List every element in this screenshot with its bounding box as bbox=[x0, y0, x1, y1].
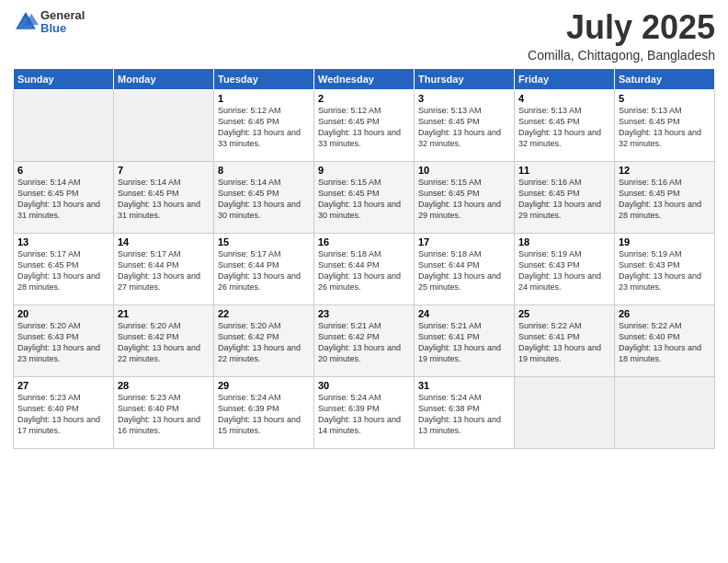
calendar-title: July 2025 bbox=[528, 9, 715, 46]
day-number: 29 bbox=[218, 380, 310, 391]
day-info: Sunrise: 5:22 AMSunset: 6:40 PMDaylight:… bbox=[619, 320, 711, 365]
logo: General Blue bbox=[13, 9, 85, 36]
day-number: 10 bbox=[418, 165, 510, 176]
day-cell: 30Sunrise: 5:24 AMSunset: 6:39 PMDayligh… bbox=[314, 376, 415, 448]
day-info: Sunrise: 5:14 AMSunset: 6:45 PMDaylight:… bbox=[118, 177, 210, 222]
day-info: Sunrise: 5:17 AMSunset: 6:45 PMDaylight:… bbox=[17, 248, 109, 293]
day-cell bbox=[114, 89, 214, 161]
day-cell: 13Sunrise: 5:17 AMSunset: 6:45 PMDayligh… bbox=[14, 233, 114, 304]
day-cell: 11Sunrise: 5:16 AMSunset: 6:45 PMDayligh… bbox=[515, 161, 615, 233]
week-row-2: 13Sunrise: 5:17 AMSunset: 6:45 PMDayligh… bbox=[14, 233, 715, 304]
calendar-table: SundayMondayTuesdayWednesdayThursdayFrid… bbox=[13, 68, 715, 449]
day-info: Sunrise: 5:24 AMSunset: 6:39 PMDaylight:… bbox=[218, 392, 310, 437]
day-info: Sunrise: 5:15 AMSunset: 6:45 PMDaylight:… bbox=[318, 177, 410, 222]
day-cell: 12Sunrise: 5:16 AMSunset: 6:45 PMDayligh… bbox=[615, 161, 715, 233]
day-cell: 23Sunrise: 5:21 AMSunset: 6:42 PMDayligh… bbox=[314, 304, 415, 376]
day-info: Sunrise: 5:17 AMSunset: 6:44 PMDaylight:… bbox=[218, 248, 310, 293]
day-info: Sunrise: 5:17 AMSunset: 6:44 PMDaylight:… bbox=[118, 248, 210, 293]
day-info: Sunrise: 5:13 AMSunset: 6:45 PMDaylight:… bbox=[619, 105, 711, 150]
day-cell: 22Sunrise: 5:20 AMSunset: 6:42 PMDayligh… bbox=[214, 304, 314, 376]
day-number: 30 bbox=[318, 380, 410, 391]
day-number: 15 bbox=[218, 236, 310, 247]
day-header-wednesday: Wednesday bbox=[314, 68, 415, 89]
day-number: 28 bbox=[118, 380, 210, 391]
day-cell: 2Sunrise: 5:12 AMSunset: 6:45 PMDaylight… bbox=[314, 89, 415, 161]
day-cell: 15Sunrise: 5:17 AMSunset: 6:44 PMDayligh… bbox=[214, 233, 314, 304]
day-cell bbox=[14, 89, 114, 161]
day-number: 1 bbox=[218, 93, 310, 104]
day-info: Sunrise: 5:19 AMSunset: 6:43 PMDaylight:… bbox=[619, 248, 711, 293]
day-header-sunday: Sunday bbox=[14, 68, 114, 89]
calendar-subtitle: Comilla, Chittagong, Bangladesh bbox=[528, 48, 715, 63]
day-cell: 25Sunrise: 5:22 AMSunset: 6:41 PMDayligh… bbox=[515, 304, 615, 376]
day-number: 4 bbox=[518, 93, 610, 104]
week-row-1: 6Sunrise: 5:14 AMSunset: 6:45 PMDaylight… bbox=[14, 161, 715, 233]
day-info: Sunrise: 5:23 AMSunset: 6:40 PMDaylight:… bbox=[118, 392, 210, 437]
day-number: 8 bbox=[218, 165, 310, 176]
day-cell: 18Sunrise: 5:19 AMSunset: 6:43 PMDayligh… bbox=[515, 233, 615, 304]
day-cell: 4Sunrise: 5:13 AMSunset: 6:45 PMDaylight… bbox=[515, 89, 615, 161]
logo-text: General Blue bbox=[40, 9, 85, 36]
header: General Blue July 2025 Comilla, Chittago… bbox=[13, 9, 715, 63]
day-cell bbox=[515, 376, 615, 448]
day-info: Sunrise: 5:14 AMSunset: 6:45 PMDaylight:… bbox=[17, 177, 109, 222]
day-cell: 7Sunrise: 5:14 AMSunset: 6:45 PMDaylight… bbox=[114, 161, 214, 233]
day-info: Sunrise: 5:12 AMSunset: 6:45 PMDaylight:… bbox=[218, 105, 310, 150]
day-info: Sunrise: 5:21 AMSunset: 6:41 PMDaylight:… bbox=[418, 320, 510, 365]
day-cell: 27Sunrise: 5:23 AMSunset: 6:40 PMDayligh… bbox=[14, 376, 114, 448]
logo-blue-text: Blue bbox=[40, 22, 85, 35]
day-cell: 1Sunrise: 5:12 AMSunset: 6:45 PMDaylight… bbox=[214, 89, 314, 161]
day-number: 13 bbox=[17, 236, 109, 247]
day-info: Sunrise: 5:18 AMSunset: 6:44 PMDaylight:… bbox=[318, 248, 410, 293]
week-row-3: 20Sunrise: 5:20 AMSunset: 6:43 PMDayligh… bbox=[14, 304, 715, 376]
day-cell: 5Sunrise: 5:13 AMSunset: 6:45 PMDaylight… bbox=[615, 89, 715, 161]
day-info: Sunrise: 5:18 AMSunset: 6:44 PMDaylight:… bbox=[418, 248, 510, 293]
day-info: Sunrise: 5:21 AMSunset: 6:42 PMDaylight:… bbox=[318, 320, 410, 365]
title-block: July 2025 Comilla, Chittagong, Banglades… bbox=[528, 9, 715, 63]
day-cell: 24Sunrise: 5:21 AMSunset: 6:41 PMDayligh… bbox=[415, 304, 515, 376]
day-info: Sunrise: 5:20 AMSunset: 6:42 PMDaylight:… bbox=[218, 320, 310, 365]
day-number: 3 bbox=[418, 93, 510, 104]
day-info: Sunrise: 5:24 AMSunset: 6:38 PMDaylight:… bbox=[418, 392, 510, 437]
day-cell: 3Sunrise: 5:13 AMSunset: 6:45 PMDaylight… bbox=[415, 89, 515, 161]
day-cell: 29Sunrise: 5:24 AMSunset: 6:39 PMDayligh… bbox=[214, 376, 314, 448]
day-info: Sunrise: 5:16 AMSunset: 6:45 PMDaylight:… bbox=[619, 177, 711, 222]
day-cell: 8Sunrise: 5:14 AMSunset: 6:45 PMDaylight… bbox=[214, 161, 314, 233]
day-header-thursday: Thursday bbox=[415, 68, 515, 89]
day-cell: 6Sunrise: 5:14 AMSunset: 6:45 PMDaylight… bbox=[14, 161, 114, 233]
day-number: 9 bbox=[318, 165, 410, 176]
calendar-header-row: SundayMondayTuesdayWednesdayThursdayFrid… bbox=[14, 68, 715, 89]
day-info: Sunrise: 5:23 AMSunset: 6:40 PMDaylight:… bbox=[17, 392, 109, 437]
day-header-monday: Monday bbox=[114, 68, 214, 89]
day-cell: 21Sunrise: 5:20 AMSunset: 6:42 PMDayligh… bbox=[114, 304, 214, 376]
day-cell bbox=[615, 376, 715, 448]
day-cell: 9Sunrise: 5:15 AMSunset: 6:45 PMDaylight… bbox=[314, 161, 415, 233]
day-number: 24 bbox=[418, 308, 510, 319]
day-info: Sunrise: 5:19 AMSunset: 6:43 PMDaylight:… bbox=[518, 248, 610, 293]
day-cell: 17Sunrise: 5:18 AMSunset: 6:44 PMDayligh… bbox=[415, 233, 515, 304]
day-number: 2 bbox=[318, 93, 410, 104]
day-number: 21 bbox=[118, 308, 210, 319]
day-number: 19 bbox=[619, 236, 711, 247]
day-cell: 28Sunrise: 5:23 AMSunset: 6:40 PMDayligh… bbox=[114, 376, 214, 448]
day-info: Sunrise: 5:20 AMSunset: 6:42 PMDaylight:… bbox=[118, 320, 210, 365]
day-header-saturday: Saturday bbox=[615, 68, 715, 89]
day-info: Sunrise: 5:14 AMSunset: 6:45 PMDaylight:… bbox=[218, 177, 310, 222]
day-info: Sunrise: 5:13 AMSunset: 6:45 PMDaylight:… bbox=[518, 105, 610, 150]
day-number: 12 bbox=[619, 165, 711, 176]
day-info: Sunrise: 5:15 AMSunset: 6:45 PMDaylight:… bbox=[418, 177, 510, 222]
day-info: Sunrise: 5:20 AMSunset: 6:43 PMDaylight:… bbox=[17, 320, 109, 365]
day-info: Sunrise: 5:12 AMSunset: 6:45 PMDaylight:… bbox=[318, 105, 410, 150]
day-number: 22 bbox=[218, 308, 310, 319]
day-cell: 31Sunrise: 5:24 AMSunset: 6:38 PMDayligh… bbox=[415, 376, 515, 448]
day-header-friday: Friday bbox=[515, 68, 615, 89]
day-header-tuesday: Tuesday bbox=[214, 68, 314, 89]
day-cell: 14Sunrise: 5:17 AMSunset: 6:44 PMDayligh… bbox=[114, 233, 214, 304]
logo-icon bbox=[13, 9, 39, 35]
day-number: 20 bbox=[17, 308, 109, 319]
day-info: Sunrise: 5:16 AMSunset: 6:45 PMDaylight:… bbox=[518, 177, 610, 222]
day-info: Sunrise: 5:22 AMSunset: 6:41 PMDaylight:… bbox=[518, 320, 610, 365]
day-cell: 26Sunrise: 5:22 AMSunset: 6:40 PMDayligh… bbox=[615, 304, 715, 376]
day-cell: 19Sunrise: 5:19 AMSunset: 6:43 PMDayligh… bbox=[615, 233, 715, 304]
day-info: Sunrise: 5:24 AMSunset: 6:39 PMDaylight:… bbox=[318, 392, 410, 437]
